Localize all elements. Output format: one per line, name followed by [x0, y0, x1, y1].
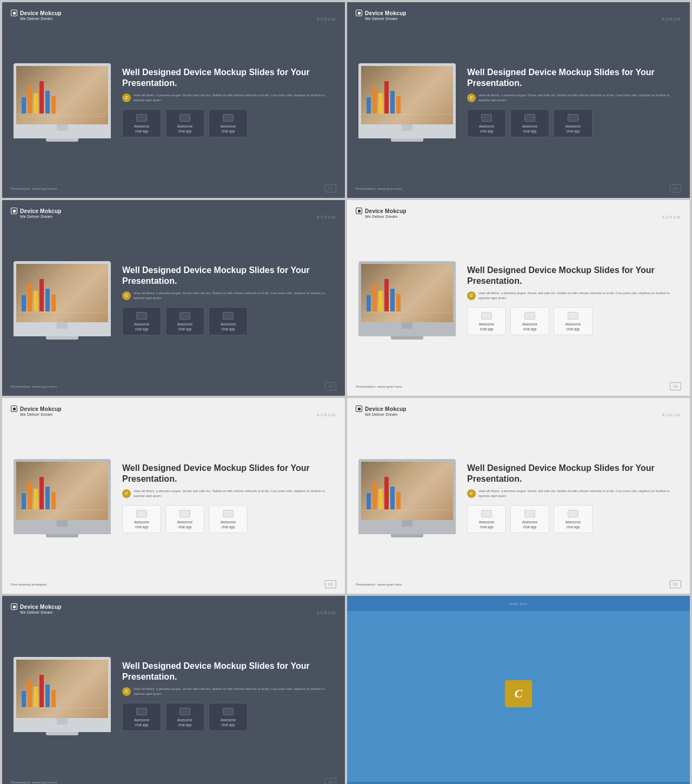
body-icon-2: C — [467, 94, 476, 102]
body-icon-7: C — [122, 687, 131, 696]
main-heading-4: Well Designed Device Mockup Slides for Y… — [467, 265, 681, 287]
brand-subtitle-1: We Deliver Dream — [20, 17, 62, 21]
app-card-icon-5-1 — [179, 510, 190, 517]
slide-6-text: Well Designed Device Mockup Slides for Y… — [467, 463, 681, 533]
body-text-1: vitae elit libero, a pharetra augue. Don… — [134, 93, 336, 103]
app-card-text-6-1: Awesomechat app — [522, 520, 537, 529]
body-text-6: vitae elit libero, a pharetra augue. Don… — [478, 489, 681, 499]
aurum-6: AURUM — [662, 413, 681, 417]
app-card-5-0: Awesomechat app — [122, 505, 161, 533]
footer-suffix-7: name goes here — [32, 781, 57, 784]
body-text-7: vitae elit libero, a pharetra augue. Don… — [134, 687, 336, 696]
aurum-5: AURUM — [317, 413, 336, 417]
app-card-2-2: Awesomechat app — [554, 109, 593, 137]
body-icon-3: C — [122, 291, 131, 300]
slide-5-footer: Five winning strategies 00 — [11, 578, 336, 588]
app-card-icon-5-2 — [223, 510, 234, 517]
monitor-4 — [356, 261, 458, 340]
body-icon-1: C — [122, 94, 131, 102]
app-card-1-2: Awesomechat app — [209, 109, 248, 137]
main-heading-1: Well Designed Device Mockup Slides for Y… — [122, 67, 336, 89]
app-card-5-1: Awesomechat app — [165, 505, 204, 533]
footer-left-6: Presentation name goes here — [356, 583, 402, 586]
app-card-text-3-2: Awesomechat app — [221, 322, 236, 331]
slide-7: Device Mokcup We Deliver Dream AURUM — [2, 596, 345, 784]
brand-block-2: Device Mokcup We Deliver Dream — [356, 10, 407, 21]
app-card-icon-7-1 — [179, 708, 190, 715]
app-cards-6: Awesomechat app Awesomechat app Awesomec… — [467, 505, 681, 533]
app-card-text-7-1: Awesomechat app — [177, 717, 192, 727]
brand-subtitle-7: We Deliver Dream — [20, 610, 62, 614]
footer-right-7: 00 — [325, 778, 336, 784]
app-card-text-4-2: Awesomechat app — [565, 322, 581, 331]
app-card-3-0: Awesomechat app — [122, 307, 161, 335]
slide-7-content: Well Designed Device Mockup Slides for Y… — [11, 618, 336, 774]
monitor-7 — [11, 657, 114, 735]
blue-top-bar: chat don — [347, 596, 690, 611]
brand-title-4: Device Mokcup — [365, 208, 407, 214]
app-card-2-0: Awesomechat app — [467, 109, 506, 137]
app-card-icon-4-1 — [524, 312, 535, 320]
slide-2-footer: Presentation name goes here 00 — [356, 182, 681, 192]
app-card-3-1: Awesomechat app — [165, 307, 204, 335]
app-card-text-4-0: Awesomechat app — [479, 322, 494, 331]
app-card-icon-6-0 — [481, 510, 492, 517]
aurum-1: AURUM — [317, 17, 336, 21]
app-card-7-0: Awesomechat app — [122, 703, 161, 731]
footer-prefix-3: Presentation — [11, 385, 30, 388]
brand-icon-4 — [356, 208, 362, 214]
body-icon-4: C — [467, 291, 476, 300]
app-card-text-3-1: Awesomechat app — [177, 322, 192, 331]
slide-6: Device Mokcup We Deliver Dream AURUM — [347, 398, 690, 594]
brand-block-4: Device Mokcup We Deliver Dream — [356, 208, 407, 218]
brand-block-3: Device Mokcup We Deliver Dream — [11, 208, 62, 218]
main-heading-3: Well Designed Device Mockup Slides for Y… — [122, 265, 336, 287]
app-cards-2: Awesomechat app Awesomechat app Awesomec… — [467, 109, 681, 137]
app-card-1-0: Awesomechat app — [122, 109, 161, 137]
brand-block-1: Device Mokcup We Deliver Dream — [11, 10, 62, 21]
footer-left-5: Five winning strategies — [11, 583, 46, 586]
footer-suffix-3: name goes here — [32, 385, 57, 388]
brand-title-1: Device Mokcup — [20, 10, 62, 16]
app-card-icon-2-1 — [524, 114, 535, 122]
monitor-3 — [11, 261, 114, 340]
aurum-4: AURUM — [662, 215, 681, 219]
brand-icon-5 — [11, 406, 17, 412]
main-heading-2: Well Designed Device Mockup Slides for Y… — [467, 67, 681, 89]
app-card-4-2: Awesomechat app — [554, 307, 593, 335]
body-text-5: vitae elit libero, a pharetra augue. Don… — [134, 489, 336, 499]
slide-1-content: Well Designed Device Mockup Slides for Y… — [11, 24, 336, 180]
app-card-4-0: Awesomechat app — [467, 307, 506, 335]
footer-prefix-1: Presentation — [11, 187, 30, 190]
app-card-icon-6-2 — [568, 510, 578, 517]
app-card-icon-7-0 — [136, 708, 147, 715]
footer-left-3: Presentation name goes here — [11, 385, 57, 388]
slide-3-text: Well Designed Device Mockup Slides for Y… — [122, 265, 336, 335]
slide-1-header: Device Mokcup We Deliver Dream AURUM — [11, 10, 336, 21]
app-card-text-4-1: Awesomechat app — [522, 322, 537, 331]
app-card-icon-7-2 — [223, 708, 234, 715]
brand-subtitle-2: We Deliver Dream — [365, 17, 407, 21]
brand-title-2: Device Mokcup — [365, 10, 407, 16]
footer-suffix-6: name goes here — [377, 583, 402, 586]
app-card-text-6-0: Awesomechat app — [479, 520, 494, 529]
app-card-text-3-0: Awesomechat app — [134, 322, 149, 331]
app-card-text-7-2: Awesomechat app — [221, 717, 236, 727]
slide-2-content: Well Designed Device Mockup Slides for Y… — [356, 24, 681, 180]
blue-center-logo: C — [505, 680, 532, 707]
monitor-5 — [11, 459, 114, 537]
app-card-text-6-2: Awesomechat app — [565, 520, 581, 529]
slide-5-content: Well Designed Device Mockup Slides for Y… — [11, 420, 336, 576]
footer-right-4: 00 — [670, 382, 681, 390]
app-card-text-5-1: Awesomechat app — [177, 520, 192, 529]
app-card-icon-1-1 — [179, 114, 190, 122]
footer-right-2: 00 — [670, 184, 681, 192]
footer-left-4: Presentation name goes here — [356, 385, 402, 388]
slide-4: Device Mokcup We Deliver Dream AURUM — [347, 200, 690, 396]
slide-1: Device Mokcup We Deliver Dream AURUM — [2, 2, 345, 198]
footer-prefix-5: Five winning strategies — [11, 583, 46, 586]
app-card-text-2-2: Awesomechat app — [565, 124, 581, 134]
footer-right-1: 00 — [325, 184, 336, 192]
slide-5: Device Mokcup We Deliver Dream AURUM — [2, 398, 345, 594]
slide-6-content: Well Designed Device Mockup Slides for Y… — [356, 420, 681, 576]
